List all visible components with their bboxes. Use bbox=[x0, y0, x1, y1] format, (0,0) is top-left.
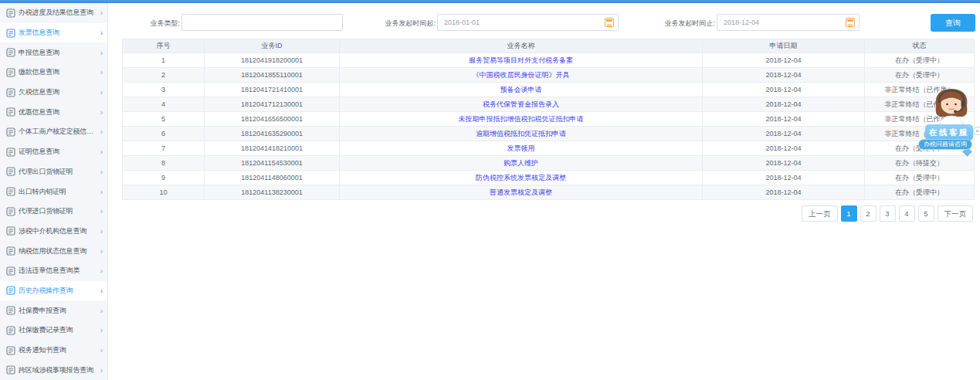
sidebar-item-label: 缴款信息查询 bbox=[19, 67, 99, 77]
pagination: 上一页12345下一页 bbox=[109, 205, 973, 222]
chevron-right-icon: › bbox=[100, 227, 103, 236]
document-icon bbox=[6, 266, 15, 276]
close-icon[interactable]: × bbox=[973, 127, 980, 135]
sidebar-item-12[interactable]: 纳税信用状态信息查询 › bbox=[0, 241, 107, 261]
search-button[interactable]: 查询 bbox=[931, 14, 975, 32]
chevron-right-icon: › bbox=[100, 127, 103, 136]
cell-apply-date: 2018-12-04 bbox=[703, 156, 865, 171]
page-button-1[interactable]: 1 bbox=[841, 205, 857, 222]
sidebar-item-14[interactable]: 历史办税操作查询 › bbox=[0, 281, 107, 301]
sidebar-item-label: 代理出口货物证明 bbox=[19, 167, 99, 177]
column-header-3: 申请日期 bbox=[703, 39, 865, 53]
date-from-value: 2018-01-01 bbox=[444, 19, 480, 26]
document-icon bbox=[6, 246, 15, 256]
cell-apply-date: 2018-12-04 bbox=[703, 83, 865, 97]
document-icon bbox=[6, 148, 15, 157]
document-icon bbox=[6, 68, 15, 77]
table-header-row: 序号业务ID业务名称申请日期状态 bbox=[123, 39, 975, 53]
business-name-link[interactable]: 服务贸易等项目对外支付税务备案 bbox=[469, 56, 573, 64]
table-row: 7 1812041418210001 发票领用 2018-12-04 在办（受理… bbox=[123, 141, 975, 156]
business-name-link[interactable]: 发票领用 bbox=[507, 144, 535, 152]
prev-page-button[interactable]: 上一页 bbox=[802, 205, 838, 222]
table-row: 2 1812041855110001 《中国税收居民身份证明》开具 2018-1… bbox=[123, 68, 975, 83]
sidebar-item-1[interactable]: 发票信息查询 › bbox=[0, 23, 107, 43]
sidebar-item-label: 证明信息查询 bbox=[19, 147, 99, 157]
document-icon bbox=[6, 286, 15, 295]
sidebar-item-label: 违法违章信息查询类 bbox=[19, 266, 99, 276]
chevron-right-icon: › bbox=[100, 68, 103, 76]
sidebar-item-label: 申报信息查询 bbox=[19, 48, 99, 58]
document-icon bbox=[6, 127, 15, 137]
cell-index: 10 bbox=[123, 185, 205, 200]
business-type-input[interactable] bbox=[181, 14, 343, 31]
chevron-right-icon: › bbox=[100, 307, 103, 315]
sidebar-item-label: 发票信息查询 bbox=[19, 28, 99, 38]
cell-index: 2 bbox=[123, 68, 205, 83]
chevron-right-icon: › bbox=[100, 346, 103, 355]
sidebar-menu: 办税进度及结果信息查询 › 发票信息查询 › 申报信息查询 › bbox=[0, 3, 108, 380]
sidebar-item-10[interactable]: 代理进口货物证明 › bbox=[0, 202, 107, 222]
table-row: 3 1812041721410001 预备会谈申请 2018-12-04 非正常… bbox=[123, 83, 975, 97]
calendar-icon[interactable] bbox=[605, 18, 614, 27]
chevron-right-icon: › bbox=[100, 148, 103, 156]
cell-index: 5 bbox=[123, 112, 205, 127]
sidebar-item-4[interactable]: 欠税信息查询 › bbox=[0, 83, 107, 103]
sidebar-item-label: 出口转内销证明 bbox=[19, 187, 99, 197]
cell-index: 3 bbox=[123, 83, 205, 97]
cell-status: 在办（待提交） bbox=[865, 156, 975, 171]
sidebar-item-label: 办税进度及结果信息查询 bbox=[19, 8, 99, 18]
calendar-icon[interactable] bbox=[846, 18, 855, 27]
page-button-2[interactable]: 2 bbox=[860, 205, 877, 222]
date-from-input[interactable]: 2018-01-01 bbox=[437, 14, 619, 31]
sidebar-item-5[interactable]: 优惠信息查询 › bbox=[0, 102, 107, 122]
date-to-input[interactable]: 2018-12-04 bbox=[717, 14, 860, 31]
sidebar-item-11[interactable]: 涉税中介机构信息查询 › bbox=[0, 222, 107, 242]
sidebar-item-16[interactable]: 社保缴费记录查询 › bbox=[0, 321, 107, 341]
sidebar-item-15[interactable]: 社保费申报查询 › bbox=[0, 300, 107, 321]
business-name-link[interactable]: 未按期申报抵扣增值税扣税凭证抵扣申请 bbox=[459, 115, 584, 123]
business-name-link[interactable]: 逾期增值税抵扣凭证抵扣申请 bbox=[476, 130, 566, 137]
table-row: 4 1812041712130001 税务代保管资金报告录入 2018-12-0… bbox=[123, 97, 975, 112]
sidebar-item-2[interactable]: 申报信息查询 › bbox=[0, 42, 107, 63]
chevron-right-icon: › bbox=[100, 366, 103, 375]
cell-index: 9 bbox=[123, 171, 205, 185]
chevron-right-icon: › bbox=[100, 326, 103, 334]
cell-apply-date: 2018-12-04 bbox=[703, 112, 865, 127]
chevron-right-icon: › bbox=[100, 266, 103, 275]
cell-status: 在办（受理中） bbox=[865, 53, 975, 68]
customer-service-avatar-icon bbox=[927, 85, 975, 127]
cell-status: 在办（受理中） bbox=[865, 68, 975, 83]
next-page-button[interactable]: 下一页 bbox=[938, 205, 974, 222]
business-name-link[interactable]: 普通发票核定及调整 bbox=[490, 188, 552, 196]
business-name-link[interactable]: 防伪税控系统发票核定及调整 bbox=[476, 174, 566, 182]
business-name-link[interactable]: 购票人维护 bbox=[504, 159, 538, 167]
cell-status: 在办（受理中） bbox=[865, 171, 975, 185]
document-icon bbox=[6, 346, 15, 355]
sidebar-item-8[interactable]: 代理出口货物证明 › bbox=[0, 162, 107, 182]
cell-apply-date: 2018-12-04 bbox=[703, 97, 865, 112]
sidebar-item-9[interactable]: 出口转内销证明 › bbox=[0, 182, 107, 202]
date-to-label: 业务发起时间止: bbox=[657, 19, 715, 29]
page-button-3[interactable]: 3 bbox=[880, 205, 896, 222]
online-service-button[interactable]: 在线客服 bbox=[925, 124, 973, 141]
sidebar-item-label: 历史办税操作查询 bbox=[19, 286, 99, 296]
table-row: 8 1812041154530001 购票人维护 2018-12-04 在办（待… bbox=[123, 156, 975, 171]
sidebar-item-0[interactable]: 办税进度及结果信息查询 › bbox=[0, 3, 107, 23]
page-button-4[interactable]: 4 bbox=[899, 205, 915, 222]
business-name-link[interactable]: 预备会谈申请 bbox=[500, 86, 542, 93]
table-row: 5 1812041656500001 未按期申报抵扣增值税扣税凭证抵扣申请 20… bbox=[123, 112, 975, 127]
main-content: 业务类型: 业务发起时间起: 2018-01-01 业务发起时间止: 2018-… bbox=[109, 3, 980, 380]
sidebar-item-18[interactable]: 跨区域涉税事项报告查询 › bbox=[0, 360, 107, 380]
sidebar-item-7[interactable]: 证明信息查询 › bbox=[0, 142, 107, 162]
sidebar-item-17[interactable]: 税务通知书查询 › bbox=[0, 341, 107, 361]
page-button-5[interactable]: 5 bbox=[918, 205, 934, 222]
chevron-right-icon: › bbox=[100, 49, 103, 57]
sidebar-item-13[interactable]: 违法违章信息查询类 › bbox=[0, 261, 107, 281]
business-name-link[interactable]: 税务代保管资金报告录入 bbox=[483, 100, 559, 108]
sidebar-item-3[interactable]: 缴款信息查询 › bbox=[0, 63, 107, 83]
business-name-link[interactable]: 《中国税收居民身份证明》开具 bbox=[473, 71, 570, 79]
sidebar-item-label: 个体工商户核定定额信息查询 bbox=[19, 127, 99, 137]
sidebar-item-6[interactable]: 个体工商户核定定额信息查询 › bbox=[0, 122, 107, 142]
cell-index: 6 bbox=[123, 127, 205, 141]
cell-business-id: 1812041138230001 bbox=[205, 185, 340, 200]
